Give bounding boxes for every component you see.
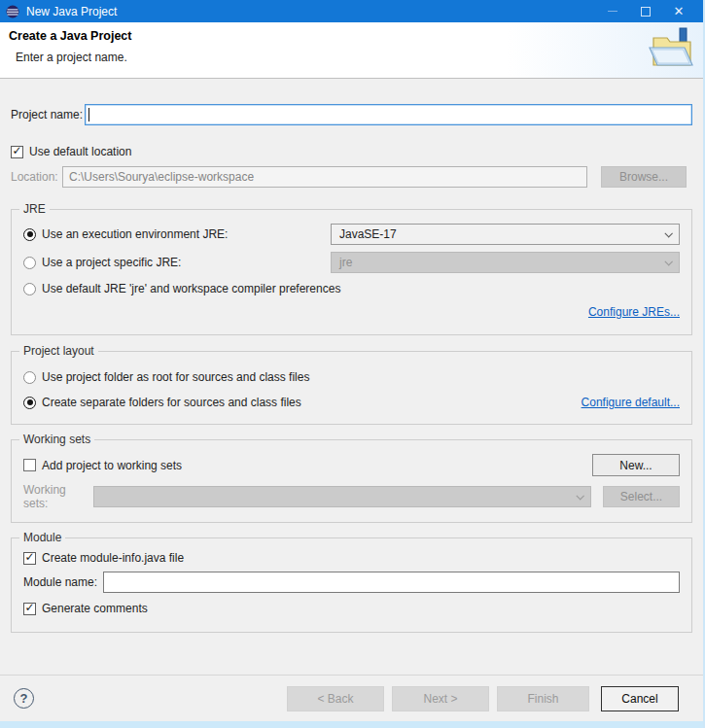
create-module-info-row[interactable]: Create module-info.java file: [23, 548, 680, 568]
radio-separate-folders[interactable]: Create separate folders for sources and …: [23, 396, 301, 409]
cancel-button[interactable]: Cancel: [601, 686, 679, 711]
new-working-set-button[interactable]: New...: [592, 454, 680, 476]
wizard-footer: ? < Back Next > Finish Cancel: [0, 675, 703, 721]
new-java-project-folder-icon: [648, 26, 698, 75]
back-button: < Back: [287, 686, 384, 711]
use-default-location-row: Use default location: [11, 145, 692, 158]
add-working-sets-checkbox[interactable]: [23, 459, 36, 471]
module-group: Module Create module-info.java file Modu…: [11, 537, 692, 633]
browse-button: Browse...: [601, 166, 687, 188]
wizard-header: Create a Java Project Enter a project na…: [0, 22, 703, 79]
new-button-label: New...: [619, 459, 652, 472]
finish-button: Finish: [497, 686, 589, 711]
finish-button-label: Finish: [527, 692, 558, 706]
radio-project-specific-jre-icon: [23, 257, 36, 269]
eclipse-logo-icon: [6, 5, 19, 18]
text-caret: [88, 108, 89, 121]
page-subtitle: Enter a project name.: [16, 51, 127, 64]
use-default-location-label: Use default location: [29, 145, 131, 158]
generate-comments-row[interactable]: Generate comments: [23, 599, 680, 618]
minimize-button[interactable]: [596, 0, 629, 22]
configure-jres-link[interactable]: Configure JREs...: [588, 305, 680, 321]
location-label: Location:: [11, 170, 62, 184]
next-button-label: Next >: [423, 692, 457, 706]
use-default-location-checkbox[interactable]: [11, 146, 23, 158]
project-name-label: Project name:: [11, 108, 85, 121]
radio-separate-folders-label: Create separate folders for sources and …: [42, 396, 301, 409]
chevron-down-icon: [576, 492, 583, 500]
working-sets-group: Working sets Add project to working sets…: [11, 439, 692, 523]
project-name-input[interactable]: [85, 104, 692, 125]
module-name-input[interactable]: [103, 572, 680, 593]
configure-default-link[interactable]: Configure default...: [582, 396, 680, 409]
next-button: Next >: [392, 686, 489, 711]
working-sets-legend: Working sets: [19, 433, 94, 446]
chevron-down-icon: [664, 258, 672, 265]
new-java-project-dialog: New Java Project ✕ Create a Java Project…: [0, 0, 705, 728]
location-value: C:\Users\Sourya\eclipse-workspace: [69, 170, 254, 184]
working-sets-combo: [93, 486, 591, 507]
radio-project-specific-jre[interactable]: Use a project specific JRE:: [23, 256, 331, 269]
project-layout-group: Project layout Use project folder as roo…: [11, 351, 692, 425]
radio-project-specific-jre-label: Use a project specific JRE:: [42, 256, 181, 269]
add-working-sets-label: Add project to working sets: [42, 459, 182, 472]
jre-group-legend: JRE: [19, 202, 50, 216]
module-name-label: Module name:: [23, 575, 103, 589]
add-working-sets-row[interactable]: Add project to working sets: [23, 459, 182, 472]
window-bottom-edge: [0, 721, 703, 728]
jre-group: JRE Use an execution environment JRE: Ja…: [11, 209, 692, 335]
module-legend: Module: [19, 531, 65, 544]
maximize-button[interactable]: [629, 0, 662, 22]
maximize-icon: [641, 7, 651, 17]
page-title: Create a Java Project: [9, 29, 131, 43]
radio-default-jre-label: Use default JRE 'jre' and workspace comp…: [42, 282, 340, 295]
radio-default-jre-icon: [23, 283, 36, 295]
close-icon: ✕: [674, 5, 685, 17]
radio-project-folder-root[interactable]: Use project folder as root for sources a…: [23, 367, 680, 387]
project-specific-jre-combo: jre: [331, 252, 680, 273]
cancel-button-label: Cancel: [621, 692, 657, 706]
execution-environment-combo[interactable]: JavaSE-17: [331, 224, 680, 245]
radio-project-folder-root-icon: [23, 371, 36, 384]
window-title: New Java Project: [26, 5, 117, 18]
titlebar: New Java Project ✕: [0, 0, 703, 22]
help-button[interactable]: ?: [14, 688, 34, 709]
location-input: C:\Users\Sourya\eclipse-workspace: [62, 166, 587, 188]
radio-default-jre[interactable]: Use default JRE 'jre' and workspace comp…: [23, 282, 340, 295]
close-button[interactable]: ✕: [662, 0, 695, 22]
radio-execution-environment[interactable]: Use an execution environment JRE:: [23, 227, 331, 241]
wizard-body: Project name: Use default location Locat…: [0, 79, 703, 675]
radio-execution-environment-icon: [23, 228, 36, 241]
create-module-info-checkbox[interactable]: [23, 552, 36, 565]
select-button-label: Select...: [620, 490, 662, 503]
back-button-label: < Back: [317, 692, 353, 706]
radio-separate-folders-icon: [23, 397, 36, 409]
project-specific-jre-value: jre: [339, 256, 352, 269]
generate-comments-checkbox[interactable]: [23, 603, 36, 615]
generate-comments-label: Generate comments: [42, 602, 148, 615]
working-sets-label: Working sets:: [23, 483, 93, 510]
minimize-icon: [608, 11, 617, 12]
create-module-info-label: Create module-info.java file: [42, 551, 184, 565]
chevron-down-icon: [664, 229, 672, 237]
execution-environment-value: JavaSE-17: [339, 227, 397, 241]
help-icon: ?: [20, 691, 28, 706]
radio-execution-environment-label: Use an execution environment JRE:: [42, 227, 228, 241]
browse-button-label: Browse...: [619, 170, 668, 184]
project-layout-legend: Project layout: [19, 344, 98, 358]
radio-project-folder-root-label: Use project folder as root for sources a…: [42, 370, 309, 384]
select-working-set-button: Select...: [603, 486, 680, 507]
